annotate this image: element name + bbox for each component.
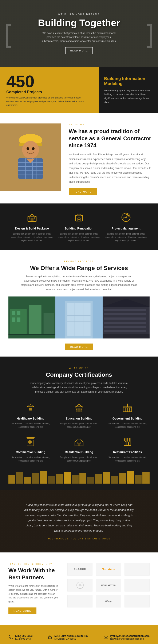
bim-left-panel: 450 Completed Projects We employ Lean Co… [0,67,99,113]
footer-address-row: 5012 Lure Avenue, Suite 102 McClellan, C… [48,634,88,640]
cert-desc-government: Sample text. Lorem ipsum dolor sit amet,… [105,422,149,429]
service-title-renovation: Building Renovation [57,226,100,230]
cert-section-label: WHAT WE DO [9,367,149,369]
footer-address-col: 5012 Lure Avenue, Suite 102 McClellan, C… [48,634,88,640]
hero-read-more-button[interactable]: READ MORE [65,47,93,54]
project-image-2 [55,296,102,338]
svg-rect-64 [78,409,80,410]
cert-title-education: Education Building [57,416,101,420]
svg-rect-63 [76,409,77,410]
bar-9 [72,475,78,484]
partner-logo-7 [67,595,93,608]
completed-projects-label: Completed Projects [6,90,93,94]
government-building-icon [122,402,133,413]
project-thumb-2[interactable] [55,296,102,338]
footer-emails: ryailey@unitedconstruction.com rzavalia@… [110,634,149,640]
partner-logo-4-icon [76,581,84,590]
svg-rect-45 [55,296,102,338]
bim-banner: 450 Completed Projects We employ Lean Co… [0,67,158,113]
svg-rect-29 [29,305,41,334]
healthcare-building-icon [25,402,36,413]
partner-village-label: Village [105,600,112,602]
svg-rect-80 [33,440,34,446]
svg-rect-15 [31,218,34,222]
bar-8 [64,472,70,484]
cert-item-residential: Residential Building Sample text. Lorem … [57,435,101,462]
partners-left-panel: TEAM, CUSTOMER, COMMUNITY We Work With t… [9,563,59,614]
commercial-icon [24,435,37,448]
footer-address-1: 5012 Lure Avenue, Suite 102 [54,634,88,638]
design-icon [26,211,38,224]
completed-projects-number: 450 [6,73,93,90]
projects-title: We Offer a Wide Range of Services [9,265,149,272]
about-title: We has a proud tradition of service as a… [69,128,151,149]
partner-logo-sunshine: Sunshine [96,563,121,576]
service-desc-renovation: Sample text. Lorem ipsum dolor sit amet,… [57,232,100,242]
bar-12 [95,474,102,484]
projects-read-more-button[interactable]: READ MORE [65,344,93,350]
about-read-more-button[interactable]: READ MORE [69,188,97,195]
svg-rect-65 [81,409,82,410]
bim-right-panel: Building Information Modeling We are cha… [99,67,158,113]
bar-11 [87,477,94,484]
partners-read-more-button[interactable]: READ MORE [9,608,36,614]
phone-icon [9,635,13,640]
commercial-building-icon [25,436,36,446]
svg-rect-85 [76,442,78,444]
svg-rect-94 [49,638,51,639]
footer-email-2: rzavalia@unitedconstruction.com [110,638,149,640]
education-icon [73,402,85,414]
worker-image [0,124,61,191]
project-thumb-3[interactable] [103,296,149,338]
partners-tag: TEAM, CUSTOMER, COMMUNITY [9,563,59,565]
bar-6 [48,476,55,484]
location-icon [48,635,52,640]
education-building-icon [74,402,84,413]
partner-logo-6 [124,579,149,592]
partners-logos-grid: CLASSIC Sunshine URBANISTAS Village [67,563,149,614]
footer: (732) 996-6363 (732) 996-6464 5012 Lure … [0,625,158,644]
bar-2 [16,472,23,484]
cert-title-restaurant: Restaurant Facilities [105,450,149,454]
project-mgmt-icon [120,211,132,224]
bar-16 [127,471,134,484]
partner-urbanistas-label: URBANISTAS [101,584,116,586]
cert-desc-healthcare: Sample text. Lorem ipsum dolor sit amet,… [9,422,53,429]
building-renovation-icon [74,212,84,222]
bim-title: Building Information Modeling [104,76,153,86]
cert-section-desc: Our company offers a variety of services… [28,381,130,394]
project-thumb-1[interactable] [9,296,55,338]
renovation-icon [73,211,85,224]
partner-sunshine-content: Sunshine [102,568,115,571]
testimonial-author: JOE FRANCES, HOLIDAY STATION STORES [48,537,110,540]
worker-svg [0,124,61,191]
svg-rect-84 [78,443,80,446]
project-image-1 [9,296,55,338]
testimonial-section: "Each project seems to be more difficult… [0,490,158,552]
cert-title-government: Government Building [105,416,149,420]
svg-line-24 [126,215,128,217]
residential-building-icon [74,436,84,446]
svg-rect-86 [80,442,82,444]
bar-14 [111,476,118,484]
footer-address-2: McClellan, CA 95652 [54,638,88,640]
bar-10 [80,473,86,484]
cert-desc-education: Sample text. Lorem ipsum dolor sit amet,… [57,422,101,429]
partner-logo-4 [67,579,93,592]
service-item-renovation: Building Renovation Sample text. Lorem i… [55,211,102,242]
bar-1 [9,475,15,484]
partners-title: We Work With the Best Partners [9,567,59,581]
svg-rect-79 [30,442,32,444]
hero-title: Building Together [38,18,120,28]
footer-email-1: ryailey@unitedconstruction.com [110,634,149,638]
footer-phone-col: (732) 996-6363 (732) 996-6464 [9,634,32,640]
restaurant-facilities-icon [122,436,133,446]
svg-point-12 [27,147,29,150]
cert-item-education: Education Building Sample text. Lorem ip… [57,402,101,429]
svg-rect-76 [28,440,30,442]
svg-point-13 [32,147,35,150]
partner-logo-village: Village [96,595,121,608]
partner-logo-classic: CLASSIC [67,563,93,576]
cert-item-government: Government Building Sample text. Lorem i… [105,402,149,429]
services-row: Design & Build Package Sample text. Lore… [0,204,158,250]
